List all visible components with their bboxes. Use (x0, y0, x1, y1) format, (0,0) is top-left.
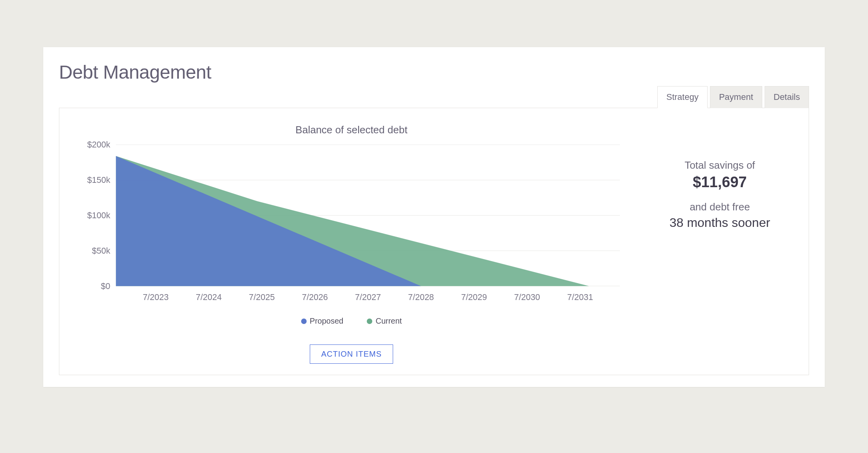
svg-text:7/2031: 7/2031 (567, 292, 593, 302)
svg-text:$0: $0 (101, 281, 110, 291)
svg-text:$150k: $150k (87, 175, 110, 185)
savings-summary: Total savings of $11,697 and debt free 3… (645, 124, 794, 364)
svg-text:7/2027: 7/2027 (355, 292, 381, 302)
legend-label-proposed: Proposed (310, 317, 344, 326)
debt-management-card: Debt Management Strategy Payment Details… (43, 47, 825, 387)
chart-title: Balance of selected debt (74, 124, 629, 136)
summary-debtfree-label: and debt free (690, 201, 750, 213)
tab-details[interactable]: Details (765, 86, 809, 108)
chart-wrap: $0$50k$100k$150k$200k7/20237/20247/20257… (74, 140, 629, 309)
svg-text:7/2028: 7/2028 (408, 292, 434, 302)
chart-legend: Proposed Current (74, 317, 629, 326)
svg-text:7/2025: 7/2025 (249, 292, 275, 302)
svg-text:7/2026: 7/2026 (302, 292, 328, 302)
svg-text:7/2030: 7/2030 (514, 292, 540, 302)
legend-item-proposed: Proposed (301, 317, 344, 326)
action-row: ACTION ITEMS (74, 344, 629, 364)
legend-dot-current (367, 319, 372, 324)
legend-dot-proposed (301, 319, 307, 324)
tab-bar: Strategy Payment Details (59, 86, 809, 108)
legend-label-current: Current (375, 317, 402, 326)
legend-item-current: Current (367, 317, 402, 326)
svg-text:7/2024: 7/2024 (196, 292, 222, 302)
svg-text:$100k: $100k (87, 210, 110, 220)
svg-text:$200k: $200k (87, 140, 110, 149)
svg-text:7/2023: 7/2023 (143, 292, 169, 302)
summary-months-sooner: 38 months sooner (669, 215, 770, 230)
balance-area-chart: $0$50k$100k$150k$200k7/20237/20247/20257… (74, 140, 629, 309)
summary-savings-label: Total savings of (684, 159, 755, 171)
tab-payment[interactable]: Payment (710, 86, 762, 108)
summary-savings-amount: $11,697 (693, 174, 747, 191)
chart-column: Balance of selected debt $0$50k$100k$150… (74, 124, 629, 364)
svg-text:$50k: $50k (92, 246, 110, 256)
page-title: Debt Management (59, 61, 809, 83)
action-items-button[interactable]: ACTION ITEMS (310, 344, 393, 364)
strategy-panel: Balance of selected debt $0$50k$100k$150… (59, 108, 809, 375)
svg-text:7/2029: 7/2029 (461, 292, 487, 302)
tab-strategy[interactable]: Strategy (657, 86, 708, 108)
